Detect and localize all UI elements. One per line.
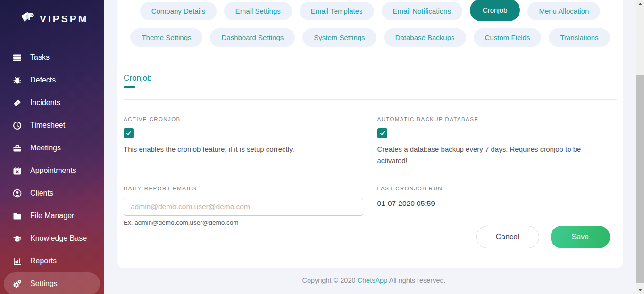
tab-menu-allocation[interactable]: Menu Allocation	[527, 2, 600, 20]
cronjob-form: ACTIVE CRONJOB This enables the cronjob …	[124, 116, 617, 248]
logo-text: VIPSPM	[40, 13, 88, 24]
tab-dashboard-settings[interactable]: Dashboard Settings	[210, 28, 295, 47]
clock-icon	[12, 121, 22, 130]
sidebar-item-incidents[interactable]: Incidents	[4, 91, 100, 114]
tab-custom-fields[interactable]: Custom Fields	[474, 28, 542, 47]
copyright-suffix: All rights reserved.	[387, 277, 445, 284]
settings-tabs: Company Details Email Settings Email Tem…	[126, 0, 614, 47]
tags-icon	[12, 98, 22, 107]
app-logo[interactable]: P VIPSPM	[0, 0, 104, 27]
sidebar-item-label: Defects	[30, 76, 56, 84]
sidebar-item-label: Appointments	[30, 166, 76, 175]
sidebar-item-label: Reports	[30, 257, 57, 265]
field-active-cronjob: ACTIVE CRONJOB This enables the cronjob …	[124, 116, 363, 167]
section-divider	[124, 99, 617, 100]
vertical-scrollbar[interactable]	[636, 0, 644, 294]
sidebar-item-label: Knowledge Base	[30, 234, 87, 243]
sidebar-nav: Tasks Defects Incidents Timesheet Meetin…	[0, 46, 104, 294]
sidebar-item-defects[interactable]: Defects	[4, 69, 100, 91]
tab-system-settings[interactable]: System Settings	[302, 28, 376, 47]
sidebar-item-clients[interactable]: Clients	[4, 182, 100, 204]
footer-copyright: Copyright © 2020 ChetsApp All rights res…	[104, 277, 644, 284]
sidebar-item-label: Timesheet	[30, 121, 65, 130]
gears-icon	[12, 279, 22, 288]
sidebar-item-reports[interactable]: Reports	[4, 250, 100, 272]
save-button[interactable]: Save	[551, 226, 610, 248]
sidebar-item-label: Tasks	[30, 53, 50, 62]
sidebar-item-appointments[interactable]: Appointments	[4, 159, 100, 182]
sidebar-item-label: Meetings	[30, 144, 61, 152]
tab-cronjob[interactable]: Cronjob	[470, 0, 520, 21]
sidebar-item-label: Settings	[30, 279, 58, 288]
calendar-icon	[12, 166, 22, 175]
bar-chart-icon	[12, 256, 22, 266]
active-cronjob-label: ACTIVE CRONJOB	[124, 116, 363, 122]
tasks-icon	[12, 53, 22, 62]
sidebar-item-label: File Manager	[30, 212, 74, 220]
field-auto-backup: AUTOMATIC BACKUP DATABASE Creates a data…	[377, 116, 617, 167]
check-icon	[379, 130, 385, 136]
scroll-down-button[interactable]	[636, 286, 644, 294]
tab-database-backups[interactable]: Database Backups	[384, 28, 466, 47]
triangle-up-icon	[638, 3, 642, 5]
graduation-cap-icon	[12, 234, 22, 243]
user-icon	[12, 188, 22, 198]
logo-mark-icon: P	[20, 10, 38, 27]
sidebar-item-knowledge-base[interactable]: Knowledge Base	[4, 227, 100, 250]
field-last-cronjob-run: LAST CRONJOB RUN 01-07-2020 05:59 Cancel…	[377, 186, 617, 248]
tab-company-details[interactable]: Company Details	[140, 2, 217, 20]
sidebar-item-timesheet[interactable]: Timesheet	[4, 114, 100, 137]
page-title: Cronjob	[124, 74, 617, 83]
last-cronjob-run-label: LAST CRONJOB RUN	[377, 186, 617, 191]
main-content: Company Details Email Settings Email Tem…	[104, 0, 644, 294]
active-cronjob-description: This enables the cronjob feature, if it …	[124, 144, 350, 155]
scrollbar-thumb[interactable]	[636, 75, 644, 283]
field-daily-report-emails: DAILY REPORT EMAILS Ex. admin@demo.com,u…	[124, 186, 363, 248]
briefcase-icon	[12, 143, 22, 153]
sidebar-item-label: Incidents	[30, 98, 60, 107]
title-underline	[124, 86, 135, 88]
tab-email-settings[interactable]: Email Settings	[224, 2, 292, 20]
daily-report-emails-helper: Ex. admin@demo.com,user@demo.com	[124, 219, 363, 226]
brand-link[interactable]: ChetsApp	[358, 277, 388, 284]
auto-backup-description: Creates a database backup every 7 days. …	[377, 144, 604, 167]
sidebar-item-label: Clients	[30, 189, 53, 197]
daily-report-emails-label: DAILY REPORT EMAILS	[124, 186, 363, 191]
settings-card: Company Details Email Settings Email Tem…	[117, 0, 623, 268]
auto-backup-label: AUTOMATIC BACKUP DATABASE	[377, 116, 617, 122]
svg-text:P: P	[28, 11, 34, 22]
tab-email-notifications[interactable]: Email Notifications	[382, 2, 462, 20]
bug-icon	[12, 75, 22, 85]
scroll-up-button[interactable]	[636, 0, 644, 8]
tab-translations[interactable]: Translations	[549, 28, 610, 47]
tab-email-templates[interactable]: Email Templates	[300, 2, 374, 20]
tab-theme-settings[interactable]: Theme Settings	[130, 28, 202, 47]
triangle-down-icon	[638, 289, 642, 291]
check-icon	[125, 130, 132, 136]
form-actions: Cancel Save	[377, 226, 617, 248]
active-cronjob-checkbox[interactable]	[124, 128, 134, 138]
sidebar: P VIPSPM Tasks Defects Incidents	[0, 0, 104, 294]
sidebar-item-file-manager[interactable]: File Manager	[4, 204, 100, 227]
last-cronjob-run-value: 01-07-2020 05:59	[377, 199, 617, 208]
auto-backup-checkbox[interactable]	[377, 128, 387, 138]
cancel-button[interactable]: Cancel	[476, 226, 539, 248]
sidebar-item-settings[interactable]: Settings	[4, 272, 100, 294]
copyright-prefix: Copyright © 2020	[302, 277, 357, 284]
daily-report-emails-input[interactable]	[124, 198, 363, 216]
folder-icon	[12, 211, 22, 220]
sidebar-item-meetings[interactable]: Meetings	[4, 137, 100, 159]
sidebar-item-tasks[interactable]: Tasks	[4, 46, 100, 69]
